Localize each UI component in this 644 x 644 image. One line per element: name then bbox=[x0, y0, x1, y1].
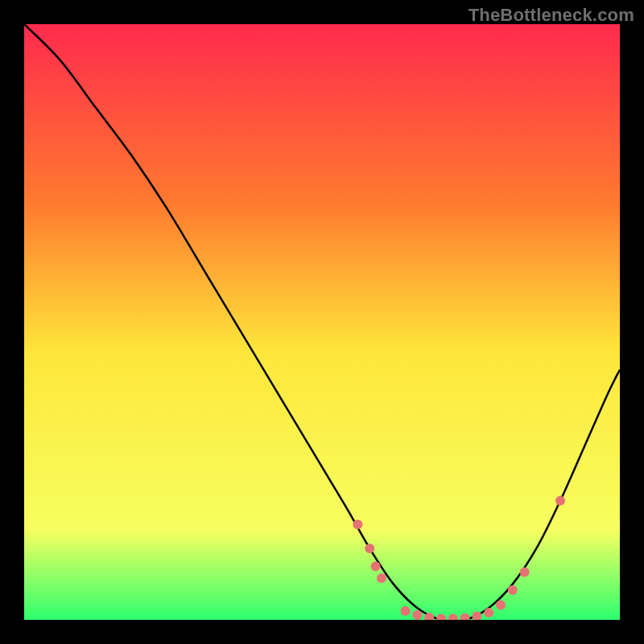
chart-svg bbox=[24, 24, 620, 620]
highlight-dot bbox=[377, 573, 386, 583]
highlight-dot bbox=[555, 496, 565, 506]
highlight-dot bbox=[401, 606, 411, 616]
plot-area bbox=[24, 24, 620, 620]
highlight-dot bbox=[365, 543, 374, 553]
highlight-dot bbox=[496, 601, 506, 610]
chart-stage: TheBottleneck.com bbox=[0, 0, 644, 644]
highlight-dot bbox=[412, 610, 422, 620]
highlight-dot bbox=[484, 608, 493, 617]
highlight-dot bbox=[353, 520, 362, 530]
gradient-background bbox=[24, 24, 620, 620]
watermark-text: TheBottleneck.com bbox=[469, 5, 634, 26]
highlight-dot bbox=[508, 585, 518, 595]
highlight-dot bbox=[520, 568, 530, 577]
highlight-dot bbox=[371, 561, 381, 571]
